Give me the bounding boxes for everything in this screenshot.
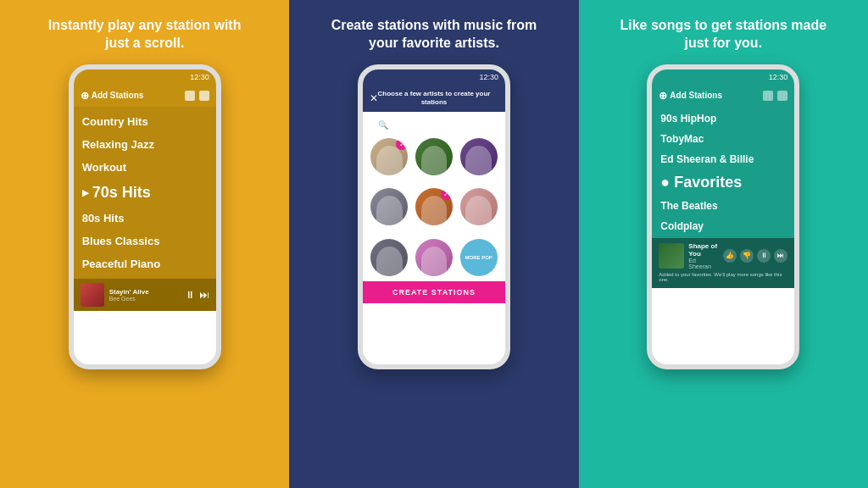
add-stations-label-3: ⊕ Add Stations bbox=[659, 90, 722, 102]
search-icon: 🔍 bbox=[378, 120, 388, 130]
app-bar-icons-3 bbox=[763, 91, 787, 101]
artist-cell-sam[interactable]: Sam Smith bbox=[415, 138, 454, 183]
thumb-down-btn[interactable]: 👎 bbox=[740, 249, 754, 263]
artist-grid-row3: MORE POP bbox=[363, 239, 505, 281]
grid-icon-3 bbox=[763, 91, 773, 101]
list-item[interactable]: The Beatles bbox=[660, 196, 786, 216]
more-pop-avatar: MORE POP bbox=[460, 239, 498, 276]
album-art-1 bbox=[81, 283, 104, 307]
list-item[interactable]: TobyMac bbox=[660, 129, 786, 149]
create-stations-button[interactable]: CREATE STATIONS bbox=[363, 281, 505, 303]
plus-icon-3: ⊕ bbox=[659, 90, 667, 102]
np3-artist: Ed Sheeran bbox=[688, 258, 719, 269]
list-item[interactable]: Ed Sheeran & Billie bbox=[660, 149, 786, 169]
status-time-3: 12:30 bbox=[769, 73, 788, 81]
artist-avatar-p2 bbox=[415, 239, 453, 276]
thumb-up-btn[interactable]: 👍 bbox=[723, 249, 737, 263]
artist-name-bruno: Bruno Mars bbox=[419, 227, 449, 233]
artist-avatar-p1 bbox=[370, 239, 408, 276]
phone-1: 12:30 ⊕ Add Stations Country Hits Relaxi… bbox=[69, 64, 221, 369]
list-item[interactable]: 80s Hits bbox=[82, 207, 208, 230]
status-bar-1: 12:30 bbox=[74, 69, 216, 85]
list-item-active[interactable]: 70s Hits bbox=[82, 179, 208, 207]
now-playing-controls-1: ⏸ ⏭ bbox=[185, 289, 209, 301]
artist-avatar-john bbox=[370, 188, 408, 225]
check-badge-adele: ✓ bbox=[396, 138, 408, 150]
skip-btn-3[interactable]: ⏭ bbox=[774, 249, 787, 263]
list-item[interactable]: Workout bbox=[82, 156, 208, 179]
artist-grid-row1: ✓ Adele Sam Smith Billie Eilish bbox=[363, 138, 505, 239]
status-time-1: 12:30 bbox=[190, 73, 209, 81]
list-item[interactable]: Country Hits bbox=[82, 110, 208, 133]
album-art-3 bbox=[659, 243, 684, 269]
list-item-active[interactable]: ● Favorites bbox=[660, 169, 786, 196]
artist-cell-camila[interactable]: Camila Cabello bbox=[459, 188, 498, 239]
app-bar-1: ⊕ Add Stations bbox=[74, 85, 216, 107]
pause-btn-3[interactable]: ⏸ bbox=[757, 249, 771, 263]
now-playing-info-1: Stayin' Alive Bee Gees bbox=[109, 288, 180, 302]
now-playing-bar-3: Shape of You Ed Sheeran 👍 👎 ⏸ ⏭ Added to… bbox=[652, 238, 794, 288]
artist-avatar-sam bbox=[415, 138, 453, 175]
artist-cell-more-pop[interactable]: MORE POP bbox=[459, 239, 498, 276]
artist-avatar-camila bbox=[460, 188, 498, 225]
np3-info: Shape of You Ed Sheeran bbox=[688, 242, 719, 269]
artist-avatar-adele: ✓ bbox=[370, 138, 408, 175]
skip-btn-1[interactable]: ⏭ bbox=[199, 289, 209, 301]
close-icon[interactable]: ✕ bbox=[370, 92, 378, 104]
phone-2: 12:30 ✕ Choose a few artists to create y… bbox=[358, 64, 510, 369]
status-time-2: 12:30 bbox=[479, 73, 498, 81]
gear-icon-3 bbox=[777, 91, 787, 101]
artist-cell-bruno[interactable]: ✓ Bruno Mars bbox=[415, 188, 454, 239]
list-item[interactable]: Relaxing Jazz bbox=[82, 133, 208, 156]
station-list-3: 90s HipHop TobyMac Ed Sheeran & Billie ●… bbox=[652, 107, 794, 238]
more-pop-label: MORE POP bbox=[465, 255, 492, 260]
np3-controls: 👍 👎 ⏸ ⏭ bbox=[723, 249, 787, 263]
phone2-title: Choose a few artists to create your stat… bbox=[370, 90, 498, 108]
artist-cell-adele[interactable]: ✓ Adele bbox=[370, 138, 409, 183]
now-playing-artist-1: Bee Gees bbox=[109, 296, 180, 302]
panel3-headline: Like songs to get stations made just for… bbox=[613, 17, 833, 53]
artist-name-adele: Adele bbox=[381, 177, 397, 183]
np3-footer: Added to your favorites. We'll play more… bbox=[659, 272, 787, 284]
pause-btn-1[interactable]: ⏸ bbox=[185, 289, 195, 301]
np3-title: Shape of You bbox=[688, 242, 719, 258]
gear-icon-1 bbox=[199, 91, 209, 101]
list-item[interactable]: Peaceful Piano bbox=[82, 252, 208, 275]
status-bar-2: 12:30 bbox=[363, 69, 505, 85]
now-playing-title-1: Stayin' Alive bbox=[109, 288, 180, 296]
app-bar-icons-1 bbox=[185, 91, 209, 101]
panel-scroll: Instantly play any station with just a s… bbox=[0, 0, 289, 488]
artist-name-billie: Billie Eilish bbox=[465, 177, 492, 183]
panel-create: Create stations with music from your fav… bbox=[289, 0, 578, 488]
artist-avatar-billie bbox=[460, 138, 498, 175]
panel-like: Like songs to get stations made just for… bbox=[579, 0, 868, 488]
np3-row1: Shape of You Ed Sheeran 👍 👎 ⏸ ⏭ bbox=[659, 242, 787, 269]
artist-cell-p2[interactable] bbox=[415, 239, 454, 276]
app-bar-3: ⊕ Add Stations bbox=[652, 85, 794, 107]
artist-name-john: John Mayer bbox=[374, 227, 405, 233]
list-item[interactable]: 90s HipHop bbox=[660, 108, 786, 129]
artist-avatar-bruno: ✓ bbox=[415, 188, 453, 225]
list-item[interactable]: Blues Classics bbox=[82, 230, 208, 252]
artist-cell-billie[interactable]: Billie Eilish bbox=[459, 138, 498, 183]
artist-name-camila: Camila Cabello bbox=[459, 227, 498, 239]
artist-name-sam: Sam Smith bbox=[420, 177, 448, 183]
add-stations-label-1: ⊕ Add Stations bbox=[81, 90, 144, 102]
list-item[interactable]: Coldplay bbox=[660, 216, 786, 236]
artist-cell-p1[interactable] bbox=[370, 239, 409, 276]
panel1-headline: Instantly play any station with just a s… bbox=[35, 17, 255, 53]
artist-cell-john[interactable]: John Mayer bbox=[370, 188, 409, 239]
search-bar[interactable]: 🔍 bbox=[370, 117, 498, 133]
now-playing-bar-1: Stayin' Alive Bee Gees ⏸ ⏭ bbox=[74, 279, 216, 311]
status-bar-3: 12:30 bbox=[652, 69, 794, 85]
panel2-headline: Create stations with music from your fav… bbox=[324, 17, 544, 53]
phone2-header: ✕ Choose a few artists to create your st… bbox=[363, 85, 505, 113]
station-list-1: Country Hits Relaxing Jazz Workout 70s H… bbox=[74, 107, 216, 279]
grid-icon-1 bbox=[185, 91, 195, 101]
phone-3: 12:30 ⊕ Add Stations 90s HipHop TobyMac … bbox=[647, 64, 799, 369]
plus-icon-1: ⊕ bbox=[81, 90, 89, 102]
